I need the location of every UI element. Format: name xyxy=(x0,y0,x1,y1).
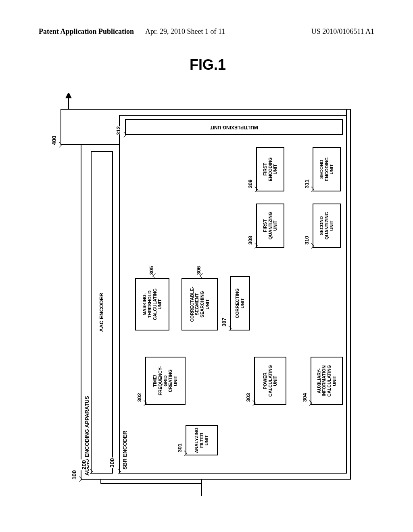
label-307: CORRECTING UNIT xyxy=(231,277,249,330)
block-304: AUXILIARY- INFORMATION CALCULATING UNIT xyxy=(311,357,343,405)
block-305: MASKING- THRESHOLD CALCULATING UNIT xyxy=(135,278,169,330)
label-301: ANALYZING FILTER UNIT xyxy=(186,426,217,455)
ref-306: 306 xyxy=(196,266,202,275)
block-308: FIRST QUANTIZING UNIT xyxy=(256,204,284,248)
label-310: SECOND QUANTIZING UNIT xyxy=(313,204,340,247)
label-302: TIME/ FREQUENCY- GRID CREATING UNIT xyxy=(146,357,185,404)
label-309: FIRST ENCODING UNIT xyxy=(257,148,284,191)
ref-310: 310 xyxy=(304,236,310,245)
block-aac: AAC ENCODER xyxy=(91,151,113,474)
diagram-rotated-wrapper: AUDIO ENCODING APPARATUS 100 BITSTREAM C… xyxy=(4,93,407,496)
ref-312: 312 xyxy=(115,126,121,135)
ref-307: 307 xyxy=(221,318,227,326)
label-305: MASKING- THRESHOLD CALCULATING UNIT xyxy=(136,279,169,330)
header-left: Patent Application Publication xyxy=(39,27,134,35)
block-mux: MULTIPLEXING UNIT xyxy=(125,119,343,135)
label-304: AUXILIARY- INFORMATION CALCULATING UNIT xyxy=(311,357,342,404)
label-308: FIRST QUANTIZING UNIT xyxy=(257,204,284,247)
ref-301: 301 xyxy=(177,443,183,452)
block-309: FIRST ENCODING UNIT xyxy=(256,147,284,191)
label-mux: MULTIPLEXING UNIT xyxy=(126,120,342,134)
label-306: CORRECTABLE- SEGMENT SEARCHING UNIT xyxy=(182,279,217,330)
label-sbr: SBR ENCODER xyxy=(122,431,128,470)
ref-304: 304 xyxy=(302,393,308,402)
header-mid: Apr. 29, 2010 Sheet 1 of 11 xyxy=(145,27,225,36)
figure-title: FIG.1 xyxy=(190,56,226,73)
ref-305: 305 xyxy=(148,266,154,275)
figure-area: FIG.1 xyxy=(52,56,357,484)
block-303: POWER CALCULATING UNIT xyxy=(254,357,286,405)
ref-308: 308 xyxy=(247,236,253,245)
block-diagram: AUDIO ENCODING APPARATUS 100 BITSTREAM C… xyxy=(52,93,359,496)
header-right: US 2010/0106511 A1 xyxy=(311,27,374,36)
block-307: CORRECTING UNIT xyxy=(230,276,250,330)
ref-400: 400 xyxy=(51,136,57,145)
block-310: SECOND QUANTIZING UNIT xyxy=(313,204,341,248)
block-301: ANALYZING FILTER UNIT xyxy=(186,425,218,455)
ref-300: 300 xyxy=(109,457,115,468)
ref-200: 200 xyxy=(81,459,87,470)
block-306: CORRECTABLE- SEGMENT SEARCHING UNIT xyxy=(181,278,218,330)
ref-302: 302 xyxy=(136,393,142,402)
label-311: SECOND ENCODING UNIT xyxy=(313,148,340,191)
ref-303: 303 xyxy=(245,393,251,402)
page-header: Patent Application Publication Apr. 29, … xyxy=(0,27,413,36)
label-303: POWER CALCULATING UNIT xyxy=(255,357,286,404)
ref-311: 311 xyxy=(304,179,310,188)
block-302: TIME/ FREQUENCY- GRID CREATING UNIT xyxy=(145,357,186,405)
ref-309: 309 xyxy=(247,179,253,188)
label-aac: AAC ENCODER xyxy=(92,152,112,473)
block-311: SECOND ENCODING UNIT xyxy=(313,147,341,191)
ref-100: 100 xyxy=(71,470,77,480)
